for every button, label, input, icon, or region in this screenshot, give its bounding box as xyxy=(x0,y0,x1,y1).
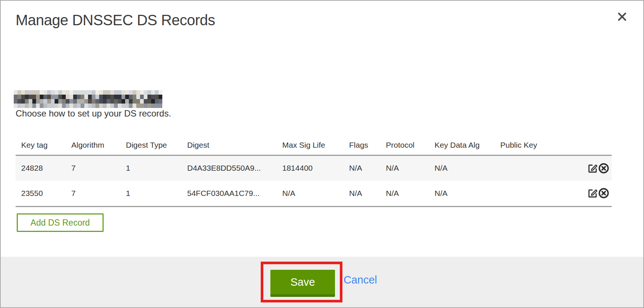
manage-dnssec-modal: Manage DNSSEC DS Records Choose how to s… xyxy=(1,1,643,307)
page-title: Manage DNSSEC DS Records xyxy=(16,12,215,29)
column-header-digest-type: Digest Type xyxy=(120,138,182,155)
table-cell: N/A xyxy=(277,181,344,206)
ds-records-table: Key tagAlgorithmDigest TypeDigestMax Sig… xyxy=(16,138,612,207)
table-cell xyxy=(495,155,580,181)
modal-footer: Save Cancel xyxy=(1,257,643,307)
table-cell: 1 xyxy=(120,155,182,181)
table-cell: 54FCF030AA1C79... xyxy=(182,181,277,206)
table-cell: 1 xyxy=(120,181,182,206)
delete-icon[interactable] xyxy=(598,163,609,174)
table-header-row: Key tagAlgorithmDigest TypeDigestMax Sig… xyxy=(16,138,612,155)
table-cell: 7 xyxy=(66,181,120,206)
column-header-max-sig-life: Max Sig Life xyxy=(277,138,344,155)
column-header-key-tag: Key tag xyxy=(16,138,66,155)
annotation-highlight-box: Save xyxy=(261,262,342,302)
table-cell: 1814400 xyxy=(277,155,344,181)
table-cell: 24828 xyxy=(16,155,66,181)
edit-icon[interactable] xyxy=(587,163,598,174)
table-row: 2482871D4A33E8DD550A9...1814400N/AN/AN/A xyxy=(16,155,612,181)
row-actions xyxy=(580,181,612,206)
column-header-key-data-alg: Key Data Alg xyxy=(429,138,495,155)
table-cell: N/A xyxy=(380,155,429,181)
column-header-digest: Digest xyxy=(182,138,277,155)
table-cell: N/A xyxy=(344,181,380,206)
table-cell: 23550 xyxy=(16,181,66,206)
save-button[interactable]: Save xyxy=(270,270,335,297)
column-header-public-key: Public Key xyxy=(495,138,580,155)
table-row: 235507154FCF030AA1C79...N/AN/AN/AN/A xyxy=(16,181,612,206)
table-cell: N/A xyxy=(429,155,495,181)
instruction-text: Choose how to set up your DS records. xyxy=(16,108,171,119)
column-header-flags: Flags xyxy=(344,138,380,155)
table-cell: N/A xyxy=(344,155,380,181)
table-cell: 7 xyxy=(66,155,120,181)
delete-icon[interactable] xyxy=(598,187,609,199)
edit-icon[interactable] xyxy=(587,188,598,199)
table-cell: N/A xyxy=(429,181,495,206)
table-cell: D4A33E8DD550A9... xyxy=(182,155,277,181)
table-cell xyxy=(495,181,580,206)
column-header-actions xyxy=(580,138,612,155)
add-ds-record-button[interactable]: Add DS Record xyxy=(17,213,104,232)
table-cell: N/A xyxy=(380,181,429,206)
column-header-algorithm: Algorithm xyxy=(66,138,120,155)
column-header-protocol: Protocol xyxy=(380,138,429,155)
redacted-domain-name xyxy=(14,90,162,108)
cancel-link[interactable]: Cancel xyxy=(344,274,377,286)
close-icon[interactable] xyxy=(616,10,628,23)
row-actions xyxy=(580,155,612,181)
